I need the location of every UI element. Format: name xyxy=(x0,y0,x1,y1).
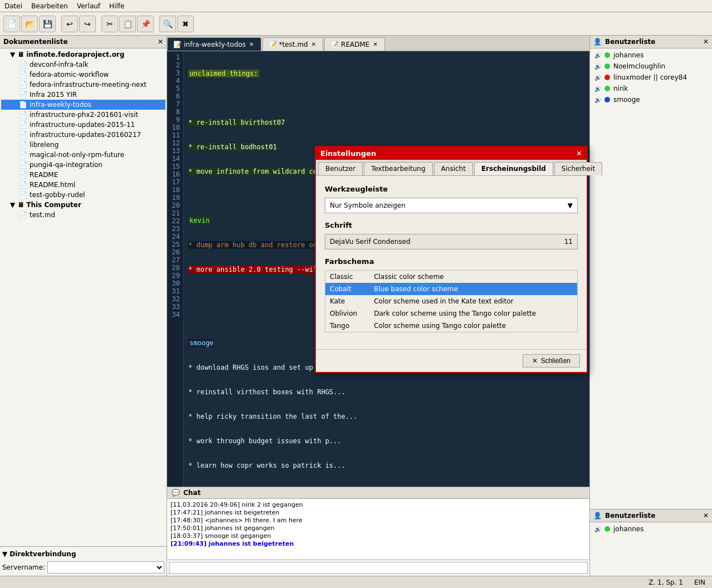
doc-icon: 📄 xyxy=(19,71,27,79)
settings-tab-sicherheit[interactable]: Sicherheit xyxy=(554,162,602,175)
menu-datei[interactable]: Datei xyxy=(0,1,27,11)
server-name-select[interactable] xyxy=(47,561,164,574)
server-expand-icon: ▼ xyxy=(10,51,15,58)
doc-item-infra-2015[interactable]: 📄 Infra 2015 YIR xyxy=(1,90,165,100)
settings-tab-erscheinungsbild[interactable]: Erscheinungsbild xyxy=(474,162,553,175)
chat-message: [11.03.2016 20:49:06] nirik 2 ist gegang… xyxy=(170,501,586,508)
copy-button[interactable]: 📋 xyxy=(119,16,136,32)
sidebar-close-icon[interactable]: ✕ xyxy=(158,38,163,46)
user-name: smooge xyxy=(613,96,640,104)
user-item-linuxmoder[interactable]: 🔊 linuxmoder || corey84 xyxy=(591,72,711,83)
clear-search-button[interactable]: ✖ xyxy=(177,16,194,32)
doc-item-infra-phx2[interactable]: 📄 infrastructure-phx2-201601-visit xyxy=(1,110,165,120)
settings-tab-ansicht[interactable]: Ansicht xyxy=(434,162,473,175)
save-doc-button[interactable]: 💾 xyxy=(39,16,56,32)
user-list2-close-icon[interactable]: ✕ xyxy=(703,512,709,520)
color-scheme-tango[interactable]: Tango Color scheme using Tango color pal… xyxy=(325,320,578,332)
new-doc-button[interactable]: 📄 xyxy=(3,16,20,32)
color-scheme-desc: Classic color scheme xyxy=(369,271,577,283)
tab-infra-weekly[interactable]: 📝 infra-weekly-todos ✕ xyxy=(167,37,261,51)
doc-icon: 📄 xyxy=(19,91,27,99)
user-list-icon: 👤 xyxy=(593,38,602,46)
server-icon: 🖥 xyxy=(17,51,24,58)
user-name: linuxmoder || corey84 xyxy=(613,74,687,81)
user-name: Noelmcloughlin xyxy=(613,62,665,70)
toolbar-dropdown[interactable]: Nur Symbole anzeigen ▼ xyxy=(325,198,578,213)
user-list-close-icon[interactable]: ✕ xyxy=(703,38,709,46)
user-mic-icon: 🔊 xyxy=(594,97,601,103)
this-computer-group[interactable]: ▼ 🖥 This Computer xyxy=(1,200,165,210)
doc-item-readme[interactable]: 📄 README xyxy=(1,170,165,180)
chat-panel: 💬 Chat [11.03.2016 20:49:06] nirik 2 ist… xyxy=(167,487,589,576)
server-label: infinote.fedoraproject.org xyxy=(26,51,124,58)
tab-readme[interactable]: 📝 README ✕ xyxy=(324,37,385,51)
cut-button[interactable]: ✂ xyxy=(101,16,118,32)
server-group-infinote[interactable]: ▼ 🖥 infinote.fedoraproject.org xyxy=(1,50,165,60)
doc-item-infra-updates-2015[interactable]: 📄 infrastructure-updates-2015-11 xyxy=(1,120,165,130)
chat-input-area xyxy=(167,560,589,576)
right-panel-bottom: 👤 Benutzerliste ✕ 🔊 johannes xyxy=(590,509,712,576)
editor-mode: EIN xyxy=(694,579,705,586)
color-scheme-desc: Blue based color scheme xyxy=(369,283,577,295)
chat-message: [18:03:37] smooge ist gegangen xyxy=(170,532,586,540)
user-item-nirik[interactable]: 🔊 nirik xyxy=(591,83,711,94)
undo-button[interactable]: ↩ xyxy=(61,16,78,32)
doc-item-test-gobby[interactable]: 📄 test-gobby-rudel xyxy=(1,190,165,200)
doc-item-infra-updates-2016[interactable]: 📄 infrastructure-updates-20160217 xyxy=(1,130,165,140)
user-item2-johannes[interactable]: 🔊 johannes xyxy=(591,523,711,535)
code-line-17: * learn how copr works so patrick is... xyxy=(188,461,585,470)
doc-label: test-gobby-rudel xyxy=(30,191,85,199)
doc-label: infrastructure-updates-2015-11 xyxy=(30,121,135,129)
tab-close-test-md[interactable]: ✕ xyxy=(310,41,317,47)
doc-item-test-md[interactable]: 📄 test.md xyxy=(1,210,165,220)
tab-close-readme[interactable]: ✕ xyxy=(372,41,378,47)
font-selector-button[interactable]: DejaVu Serif Condensed 11 xyxy=(325,234,578,249)
color-scheme-kate[interactable]: Kate Color scheme used in the Kate text … xyxy=(325,295,578,307)
doc-item-fedora-atomic[interactable]: 📄 fedora-atomic-workflow xyxy=(1,70,165,80)
doc-item-devconf[interactable]: 📄 devconf-infra-talk xyxy=(1,60,165,70)
doc-item-infra-weekly[interactable]: 📄 infra-weekly-todos xyxy=(1,100,165,110)
user-item-johannes[interactable]: 🔊 johannes xyxy=(591,50,711,61)
tab-icon: 📝 xyxy=(173,41,182,48)
doc-item-pungi4[interactable]: 📄 pungi4-qa-integration xyxy=(1,160,165,170)
user-name: nirik xyxy=(613,85,628,92)
paste-button[interactable]: 📌 xyxy=(137,16,154,32)
settings-close-icon[interactable]: ✕ xyxy=(576,149,582,158)
color-scheme-cobalt[interactable]: Cobalt Blue based color scheme xyxy=(325,283,578,295)
settings-tab-textbearbeitung[interactable]: Textbearbeitung xyxy=(364,162,432,175)
user-status-dot xyxy=(604,526,610,532)
user-item-smooge[interactable]: 🔊 smooge xyxy=(591,94,711,105)
user-item-noelmcloughlin[interactable]: 🔊 Noelmcloughlin xyxy=(591,61,711,72)
menu-verlauf[interactable]: Verlauf xyxy=(72,1,105,11)
sidebar-header: Dokumentenliste ✕ xyxy=(0,36,167,48)
user-list-body: 🔊 johannes 🔊 Noelmcloughlin 🔊 linuxmoder… xyxy=(590,48,712,509)
redo-button[interactable]: ↪ xyxy=(79,16,96,32)
cursor-position: Z. 1, Sp. 1 xyxy=(648,579,683,586)
tabbar: 📝 infra-weekly-todos ✕ 📝 *test.md ✕ 📝 RE… xyxy=(167,36,589,51)
open-doc-button[interactable]: 📂 xyxy=(21,16,38,32)
settings-tab-benutzer[interactable]: Benutzer xyxy=(318,162,363,175)
chat-input[interactable] xyxy=(169,562,588,574)
color-scheme-classic[interactable]: Classic Classic color scheme xyxy=(325,271,578,283)
doc-icon: 📄 xyxy=(19,171,27,179)
doc-label: README.html xyxy=(30,181,75,189)
right-panel: 👤 Benutzerliste ✕ 🔊 johannes 🔊 Noelmclou… xyxy=(589,36,712,576)
doc-item-libreleng[interactable]: 📄 libreleng xyxy=(1,140,165,150)
settings-dialog: Einstellungen ✕ Benutzer Textbearbeitung… xyxy=(315,146,588,373)
doc-item-magical[interactable]: 📄 magical-not-only-rpm-future xyxy=(1,150,165,160)
user-status-dot xyxy=(604,63,610,69)
doc-item-readme-html[interactable]: 📄 README.html xyxy=(1,180,165,190)
user-list2-icon: 👤 xyxy=(593,512,602,520)
search-button[interactable]: 🔍 xyxy=(159,16,176,32)
doc-item-fedora-infra-meeting[interactable]: 📄 fedora-infrastructure-meeting-next xyxy=(1,80,165,90)
color-scheme-oblivion[interactable]: Oblivion Dark color scheme using the Tan… xyxy=(325,307,578,320)
menu-bearbeiten[interactable]: Bearbeiten xyxy=(27,1,72,11)
settings-close-button[interactable]: ✕ Schließen xyxy=(523,354,580,367)
chat-message-highlight: [21:09:43] johannes ist beigetreten xyxy=(170,540,586,547)
toolbar-dropdown-value: Nur Symbole anzeigen xyxy=(330,202,406,209)
user-status-dot xyxy=(604,52,610,58)
tab-test-md[interactable]: 📝 *test.md ✕ xyxy=(262,37,324,51)
menu-hilfe[interactable]: Hilfe xyxy=(105,1,129,11)
tab-close-infra-weekly[interactable]: ✕ xyxy=(248,41,255,47)
doc-icon: 📄 xyxy=(19,211,27,219)
